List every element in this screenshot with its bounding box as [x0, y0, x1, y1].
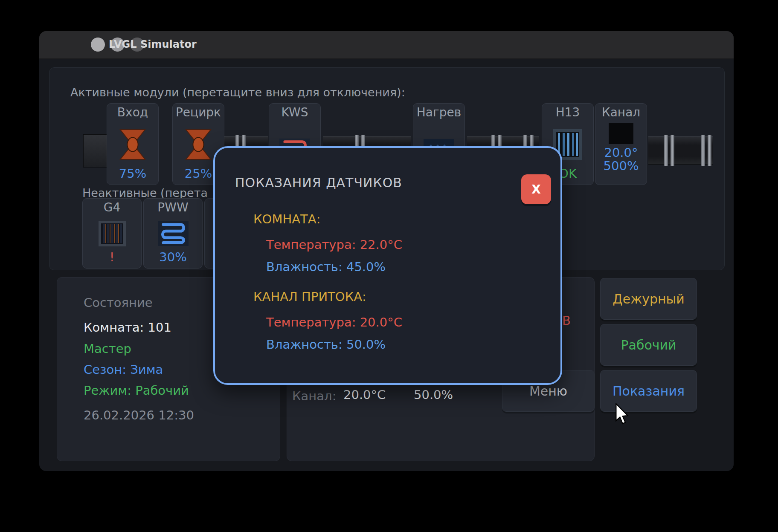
module-card-pww[interactable]: PWW 30%	[143, 198, 203, 269]
dialog-close-button[interactable]: X	[521, 174, 551, 204]
working-mode-button[interactable]: Рабочий	[600, 324, 697, 366]
module-card-channel[interactable]: Канал 20.0° 500%	[595, 103, 647, 185]
channel-row-temperature: 20.0°C	[343, 387, 386, 402]
module-card-inlet[interactable]: Вход 75%	[107, 103, 159, 185]
section-room-header: КОМНАТА:	[253, 212, 320, 226]
duct-flange	[664, 135, 668, 166]
dialog-title: ПОКАЗАНИЯ ДАТЧИКОВ	[235, 175, 402, 190]
supply-temperature: Температура: 20.0°C	[266, 315, 402, 330]
module-value: 20.0° 500%	[604, 146, 639, 173]
coil-blue-icon	[158, 217, 189, 251]
title-bar: LVGL Simulator	[39, 31, 734, 59]
duct-flange	[671, 135, 674, 166]
standby-mode-button[interactable]: Дежурный	[600, 278, 697, 320]
duct-inlet-unit	[83, 134, 108, 168]
damper-icon	[119, 121, 146, 167]
status-datetime: 26.02.2026 12:30	[84, 408, 194, 422]
inactive-modules-label: Неактивные (перета	[82, 186, 208, 200]
supply-humidity: Влажность: 50.0%	[266, 337, 386, 352]
partial-red-value: В	[562, 313, 571, 328]
module-value: 25%	[185, 167, 212, 180]
module-value: !	[110, 251, 115, 264]
sensor-readings-dialog: ПОКАЗАНИЯ ДАТЧИКОВ X КОМНАТА: Температур…	[213, 146, 562, 385]
status-season: Сезон: Зима	[84, 362, 163, 377]
duct-black-icon	[609, 121, 633, 145]
room-temperature: Температура: 22.0°C	[266, 237, 402, 252]
section-supply-header: КАНАЛ ПРИТОКА:	[253, 289, 366, 304]
active-modules-label: Активные модули (перетащите вниз для отк…	[70, 86, 405, 99]
channel-row-humidity: 50.0%	[414, 387, 453, 402]
status-master: Мастер	[84, 341, 131, 356]
module-value: 30%	[159, 251, 186, 264]
damper-icon	[185, 121, 212, 167]
status-mode: Режим: Рабочий	[84, 383, 189, 398]
status-room: Комната: 101	[84, 320, 171, 335]
duct-flange	[708, 135, 711, 166]
room-humidity: Влажность: 45.0%	[266, 260, 386, 274]
mouse-cursor	[614, 403, 630, 426]
close-window-icon[interactable]	[91, 38, 105, 52]
channel-row-label: Канал:	[292, 389, 336, 403]
filter-dark-icon	[99, 217, 126, 251]
module-value: 75%	[119, 167, 146, 180]
close-icon: X	[531, 182, 541, 197]
duct-flange	[701, 135, 705, 166]
module-card-g4[interactable]: G4 !	[82, 198, 142, 269]
status-title: Состояние	[84, 295, 153, 310]
window-title: LVGL Simulator	[109, 38, 197, 50]
